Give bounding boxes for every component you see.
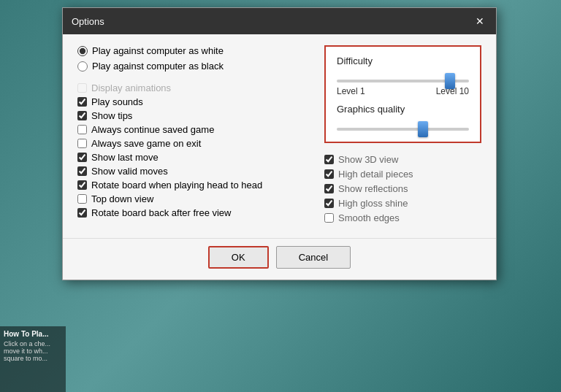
checkbox-label-show_valid_moves: Show valid moves [91,166,168,177]
checkbox-label-rotate_head_to_head: Rotate board when playing head to head [91,180,262,191]
checkbox-label-show_tips: Show tips [91,110,132,121]
gfx-label-high_gloss: High gloss shine [338,198,408,209]
dialog-titlebar: Options ✕ [63,8,496,34]
two-column-layout: Play against computer as white Play agai… [77,45,481,227]
gfx-checkbox-show_reflections[interactable]: Show reflections [324,183,481,194]
checkbox-label-rotate_free_view: Rotate board back after free view [91,207,232,218]
checkboxes-group: Display animationsPlay soundsShow tipsAl… [77,82,313,218]
close-button[interactable]: ✕ [473,14,487,28]
gfx-input-smooth_edges[interactable] [324,213,334,223]
dialog-footer: OK Cancel [63,238,496,280]
ok-button[interactable]: OK [208,246,269,269]
gfx-input-show_3d[interactable] [324,155,334,164]
gfx-checkbox-show_3d[interactable]: Show 3D view [324,154,481,165]
checkbox-input-top_down_view[interactable] [77,194,87,204]
difficulty-panel: Difficulty Level 1 Level 10 Graphics qua… [324,45,481,143]
dialog-body: Play against computer as white Play agai… [63,34,496,238]
gfx-label-high_detail: High detail pieces [338,169,413,180]
hint-text: Click on a che... move it to wh... squar… [4,340,62,362]
gfx-checkbox-smooth_edges[interactable]: Smooth edges [324,212,481,223]
checkbox-show_tips[interactable]: Show tips [77,110,313,121]
gfx-input-high_gloss[interactable] [324,199,334,208]
graphics-title: Graphics quality [337,104,469,115]
gfx-label-show_reflections: Show reflections [338,183,408,194]
checkbox-label-show_last_move: Show last move [91,152,159,163]
checkbox-input-rotate_head_to_head[interactable] [77,180,87,190]
gfx-label-smooth_edges: Smooth edges [338,212,400,223]
checkbox-always_continue[interactable]: Always continue saved game [77,124,313,135]
checkbox-label-top_down_view: Top down view [91,193,153,204]
checkbox-input-show_valid_moves[interactable] [77,166,87,176]
dialog-title: Options [72,16,104,27]
player-color-group: Play against computer as white Play agai… [77,45,313,72]
checkbox-input-show_last_move[interactable] [77,153,87,162]
graphics-slider[interactable] [337,128,469,131]
gfx-checkboxes: Show 3D viewHigh detail piecesShow refle… [324,154,481,223]
options-dialog: Options ✕ Play against computer as white… [62,7,497,280]
difficulty-max: Level 10 [436,86,469,96]
checkbox-input-always_continue[interactable] [77,125,87,134]
radio-black-input[interactable] [77,61,88,72]
right-column: Difficulty Level 1 Level 10 Graphics qua… [324,45,481,227]
checkbox-always_save[interactable]: Always save game on exit [77,138,313,149]
checkbox-label-always_save: Always save game on exit [91,138,201,149]
radio-white-label: Play against computer as white [92,45,224,56]
hint-box: How To Pla... Click on a che... move it … [0,326,66,392]
checkbox-top_down_view[interactable]: Top down view [77,193,313,204]
radio-white-input[interactable] [77,46,88,56]
gfx-input-high_detail[interactable] [324,169,334,179]
checkbox-rotate_head_to_head[interactable]: Rotate board when playing head to head [77,180,313,191]
difficulty-slider[interactable] [337,80,469,82]
checkbox-input-rotate_free_view[interactable] [77,208,87,218]
checkbox-show_last_move[interactable]: Show last move [77,152,313,163]
checkbox-input-play_sounds[interactable] [77,97,87,107]
checkbox-label-always_continue: Always continue saved game [91,124,214,135]
gfx-checkbox-high_detail[interactable]: High detail pieces [324,169,481,180]
checkbox-label-display_animations: Display animations [91,82,171,93]
gfx-input-show_reflections[interactable] [324,184,334,193]
radio-black-label: Play against computer as black [92,61,224,72]
cancel-button[interactable]: Cancel [276,246,351,269]
difficulty-title: Difficulty [337,55,469,66]
checkbox-rotate_free_view[interactable]: Rotate board back after free view [77,207,313,218]
hint-title: How To Pla... [4,330,62,338]
radio-play-black[interactable]: Play against computer as black [77,61,313,72]
checkbox-play_sounds[interactable]: Play sounds [77,96,313,107]
checkbox-input-always_save[interactable] [77,139,87,148]
checkbox-label-play_sounds: Play sounds [91,96,143,107]
checkbox-input-display_animations [77,83,87,93]
checkbox-show_valid_moves[interactable]: Show valid moves [77,166,313,177]
graphics-section: Graphics quality [337,104,469,133]
gfx-label-show_3d: Show 3D view [338,154,398,165]
difficulty-min: Level 1 [337,86,365,96]
left-column: Play against computer as white Play agai… [77,45,313,227]
radio-play-white[interactable]: Play against computer as white [77,45,313,56]
gfx-checkbox-high_gloss[interactable]: High gloss shine [324,198,481,209]
checkbox-display_animations: Display animations [77,82,313,93]
checkbox-input-show_tips[interactable] [77,111,87,120]
